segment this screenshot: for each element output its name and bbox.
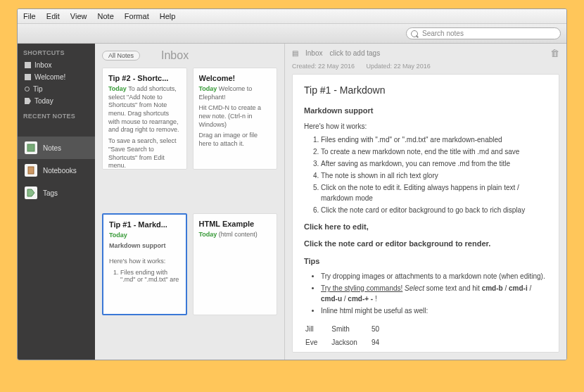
card-date: Today — [199, 85, 217, 92]
card-li: Files ending with ".md" or ".md.txt" are — [120, 269, 180, 283]
shortcut-inbox[interactable]: Inbox — [18, 59, 95, 71]
note-title: Tip #1 - Markdown — [304, 83, 547, 98]
menubar: File Edit View Note Format Help — [18, 9, 566, 24]
created-date: Created: 22 May 2016 — [292, 63, 355, 70]
search-input[interactable]: Search notes — [406, 27, 561, 39]
tab-label: Notebooks — [43, 167, 77, 175]
main-body: SHORTCUTS Inbox Welcome! Tip Today RECEN… — [18, 44, 566, 360]
card-date: Today — [108, 85, 127, 92]
app-window: File Edit View Note Format Help Search n… — [17, 8, 567, 360]
recent-heading: RECENT NOTES — [18, 107, 95, 122]
list-header: All Notes Inbox — [95, 44, 284, 68]
breadcrumb[interactable]: Inbox — [305, 49, 322, 57]
card-body: Here's how it works: — [109, 258, 180, 266]
card-lead: To add shortcuts, select "Add Note to Sh… — [108, 85, 179, 133]
detail-panel: ▤ Inbox click to add tags 🗑 Created: 22 … — [285, 44, 566, 360]
notebooks-icon — [25, 164, 37, 177]
notebook-icon: ▤ — [292, 49, 298, 57]
menu-view[interactable]: View — [70, 12, 87, 20]
card-extra: Drag an image or file here to attach it. — [199, 132, 272, 148]
card-lead: (html content) — [217, 231, 258, 238]
card-title: Tip #2 - Shortc... — [108, 74, 181, 82]
card-title: HTML Example — [199, 220, 272, 228]
tab-notes[interactable]: Notes — [18, 137, 95, 159]
toolbar: Search notes — [18, 24, 566, 44]
card-extra: Hit CMD-N to create a new note. (Ctrl-n … — [199, 104, 272, 129]
updated-date: Updated: 22 May 2016 — [367, 63, 431, 70]
shortcut-label: Inbox — [34, 61, 51, 69]
filter-pill[interactable]: All Notes — [102, 51, 140, 61]
tab-label: Notes — [43, 144, 61, 152]
shortcut-label: Tip — [33, 85, 43, 93]
shortcut-label: Welcome! — [34, 73, 65, 81]
click-edit: Click here to edit, — [304, 221, 547, 233]
note-ol: Files ending with ".md" or ".md.txt" are… — [321, 134, 547, 215]
shortcut-today[interactable]: Today — [18, 95, 95, 107]
note-list-panel: All Notes Inbox Tip #2 - Shortc... Today… — [95, 44, 285, 360]
shortcuts-heading: SHORTCUTS — [18, 44, 95, 59]
list-item: Click the note card or editor background… — [321, 205, 547, 215]
trash-icon[interactable]: 🗑 — [550, 48, 559, 58]
sidebar: SHORTCUTS Inbox Welcome! Tip Today RECEN… — [18, 44, 95, 360]
shortcut-welcome[interactable]: Welcome! — [18, 71, 95, 83]
note-intro: Here's how it works: — [304, 121, 547, 132]
tips-list: Try dropping images or attachments to a … — [321, 271, 547, 316]
tag-icon — [25, 98, 31, 104]
list-item: After saving as markdown, you can remove… — [321, 158, 547, 169]
svg-rect-0 — [27, 144, 34, 151]
list-item: Inline html might be useful as well: — [321, 305, 547, 316]
detail-meta: Created: 22 May 2016 Updated: 22 May 201… — [285, 63, 566, 74]
table-row: JillSmith50 — [305, 323, 392, 335]
cards-grid: Tip #2 - Shortc... Today To add shortcut… — [95, 68, 284, 360]
table-row: EveJackson94 — [305, 336, 392, 348]
click-render: Click the note card or editor background… — [304, 238, 547, 250]
search-icon — [25, 87, 30, 91]
list-item: Try the styling commands! Select some te… — [321, 283, 547, 304]
svg-rect-1 — [28, 167, 34, 174]
tab-tags[interactable]: Tags — [18, 182, 95, 204]
card-extra: To save a search, select "Save Search to… — [108, 137, 181, 170]
card-date: Today — [109, 232, 127, 239]
list-item: Click on the note to edit it. Editing al… — [321, 182, 547, 203]
menu-help[interactable]: Help — [160, 12, 176, 20]
note-h3: Markdown support — [304, 105, 547, 117]
notes-icon — [25, 141, 37, 154]
note-card[interactable]: Welcome! Today Welcome to Elephant! Hit … — [193, 68, 278, 170]
note-card-selected[interactable]: Tip #1 - Markd... Today Markdown support… — [102, 213, 187, 315]
list-item: Files ending with ".md" or ".md.txt" are… — [321, 134, 547, 145]
card-title: Welcome! — [199, 74, 272, 82]
menu-file[interactable]: File — [23, 12, 36, 20]
list-item: Try dropping images or attachments to a … — [321, 271, 547, 282]
list-item: The note is shown in all rich text glory — [321, 170, 547, 181]
tab-label: Tags — [43, 189, 58, 197]
shortcut-label: Today — [34, 97, 53, 105]
tag-prompt[interactable]: click to add tags — [329, 49, 380, 57]
tags-icon — [25, 186, 37, 199]
menu-edit[interactable]: Edit — [46, 12, 60, 20]
card-sub: Markdown support — [109, 242, 180, 251]
note-card[interactable]: HTML Example Today (html content) — [193, 213, 278, 315]
list-item: To create a new markdown note, end the t… — [321, 146, 547, 157]
box-icon — [25, 62, 31, 68]
menu-note[interactable]: Note — [98, 12, 114, 20]
list-title: Inbox — [161, 49, 189, 62]
tab-notebooks[interactable]: Notebooks — [18, 159, 95, 182]
note-card[interactable]: Tip #2 - Shortc... Today To add shortcut… — [102, 68, 187, 170]
tips-heading: Tips — [304, 255, 547, 267]
note-editor[interactable]: Tip #1 - Markdown Markdown support Here'… — [292, 74, 559, 353]
card-date: Today — [199, 231, 217, 238]
detail-bar: ▤ Inbox click to add tags 🗑 — [285, 44, 566, 63]
menu-format[interactable]: Format — [125, 12, 149, 20]
example-table: JillSmith50 EveJackson94 — [304, 322, 393, 350]
doc-icon — [25, 74, 31, 80]
shortcut-tip[interactable]: Tip — [18, 83, 95, 95]
card-title: Tip #1 - Markd... — [109, 220, 180, 229]
